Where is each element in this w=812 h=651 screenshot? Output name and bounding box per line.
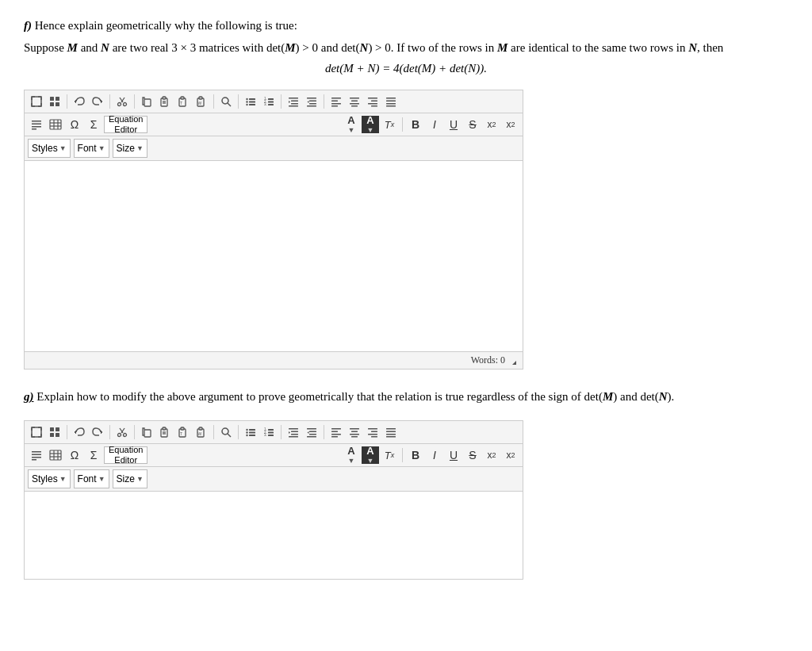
equation-editor-button-g[interactable]: EquationEditor [104,446,147,464]
subscript-button[interactable]: x2 [483,116,500,133]
expand-button[interactable] [28,93,45,110]
size-arrow: ▼ [136,144,144,152]
copy-button[interactable] [138,93,155,110]
indent-button[interactable] [285,93,302,110]
question-g-text: g) Explain how to modify the above argum… [24,387,788,406]
svg-rect-4 [56,102,59,106]
editor-f-content[interactable] [25,161,523,351]
size-dropdown[interactable]: Size ▼ [113,139,147,158]
font-dropdown[interactable]: Font ▼ [74,139,109,158]
svg-point-20 [246,98,247,100]
copy-button-g[interactable] [138,423,155,441]
search-button-g[interactable] [217,423,235,441]
subscript-button-g[interactable]: x2 [483,446,500,464]
indent-button-g[interactable] [285,423,302,441]
equation-editor-label: EquationEditor [109,114,143,135]
fullscreen-button-g[interactable] [46,423,63,441]
underline-button[interactable]: U [445,116,462,133]
toolbar-row1-g: T W [25,421,523,444]
svg-text:W: W [198,101,202,105]
equation-editor-button[interactable]: EquationEditor [104,116,147,133]
align-lines-button-g[interactable] [28,446,45,464]
styles-dropdown[interactable]: Styles ▼ [28,139,71,158]
outdent-button[interactable] [303,93,320,110]
bold-button-g[interactable]: B [407,446,424,464]
font-color-button[interactable]: A ▼ [343,116,360,133]
undo-button-g[interactable] [71,423,88,441]
strike-button-g[interactable]: S [464,446,481,464]
strike-button[interactable]: S [464,116,481,133]
list-ordered-button[interactable]: 1. 2. 3. [260,93,278,110]
svg-rect-118 [368,428,377,430]
paste-text-button-g[interactable]: T [174,423,192,441]
align-lines-button[interactable] [28,116,45,133]
font-dropdown-g[interactable]: Font ▼ [74,469,109,488]
styles-label-g: Styles [32,473,58,484]
editor-f-statusbar: Words: 0 [25,351,523,369]
svg-point-89 [246,431,247,433]
svg-rect-68 [32,427,41,437]
list-unordered-button-g[interactable] [242,423,259,441]
highlight-color-button[interactable]: A ▼ [362,116,379,133]
paste-text-button[interactable]: T [174,93,192,110]
toolbar-row3-f: Styles ▼ Font ▼ Size ▼ [25,136,523,161]
highlight-color-button-g[interactable]: A ▼ [362,446,379,464]
align-left-button-g[interactable] [327,423,345,441]
expand-button-g[interactable] [28,423,45,441]
paste-word-button-g[interactable]: W [193,423,210,441]
svg-rect-72 [56,433,59,437]
sep7g [324,425,324,439]
list-unordered-button[interactable] [242,93,259,110]
svg-rect-2 [56,97,59,101]
styles-dropdown-g[interactable]: Styles ▼ [28,469,71,488]
italic-button[interactable]: I [426,116,443,133]
editor-g-content[interactable] [25,492,523,579]
svg-rect-45 [331,105,338,107]
svg-rect-47 [351,101,358,102]
svg-rect-24 [249,101,255,103]
superscript-button[interactable]: x2 [502,116,519,133]
bold-button[interactable]: B [407,116,424,133]
sigma-button-g[interactable]: Σ [85,446,102,464]
question-g: g) Explain how to modify the above argum… [24,387,788,406]
paste-button-g[interactable] [156,423,174,441]
clear-format-button-g[interactable]: Tx [381,446,398,464]
superscript-button-g[interactable]: x2 [502,446,519,464]
cut-button[interactable] [113,93,131,110]
align-right-button[interactable] [364,93,381,110]
table-button[interactable] [47,116,64,133]
resize-handle-f[interactable] [508,357,516,365]
styles-arrow-g: ▼ [59,475,67,483]
svg-point-88 [246,429,247,431]
align-center-button[interactable] [346,93,363,110]
align-center-button-g[interactable] [346,423,363,441]
svg-rect-121 [371,436,377,438]
align-justify-button[interactable] [382,93,400,110]
table-button-g[interactable] [47,446,64,464]
underline-button-g[interactable]: U [445,446,462,464]
omega-button-g[interactable]: Ω [66,446,83,464]
omega-button[interactable]: Ω [66,116,83,133]
redo-button-g[interactable] [89,423,106,441]
cut-button-g[interactable] [113,423,131,441]
paste-button[interactable] [156,93,174,110]
align-right-button-g[interactable] [364,423,381,441]
sep4 [213,94,214,109]
align-left-button[interactable] [327,93,345,110]
font-color-button-g[interactable]: A ▼ [343,446,360,464]
redo-button[interactable] [89,93,106,110]
clear-format-button[interactable]: Tx [381,116,398,133]
list-ordered-button-g[interactable]: 1. 2. 3. [260,423,278,441]
sigma-button[interactable]: Σ [85,116,102,133]
search-button[interactable] [217,93,235,110]
size-dropdown-g[interactable]: Size ▼ [113,469,147,488]
italic-button-g[interactable]: I [426,446,443,464]
svg-rect-100 [289,428,298,430]
sep6 [281,94,282,109]
outdent-button-g[interactable] [303,423,320,441]
fullscreen-button[interactable] [46,93,63,110]
svg-rect-43 [331,101,338,102]
align-justify-button-g[interactable] [382,423,400,441]
undo-button[interactable] [71,93,88,110]
paste-word-button[interactable]: W [193,93,210,110]
